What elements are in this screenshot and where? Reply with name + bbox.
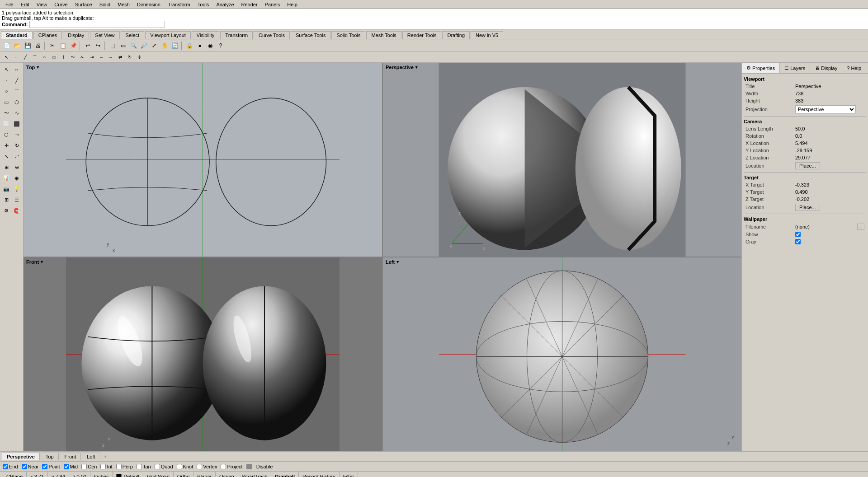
point2-icon[interactable]: · bbox=[1, 75, 11, 85]
menu-render[interactable]: Render bbox=[238, 1, 261, 8]
move-icon[interactable]: ✢ bbox=[135, 53, 144, 62]
tab-viewport-layout[interactable]: Viewport Layout bbox=[145, 31, 191, 39]
mirror2-icon[interactable]: ⇌ bbox=[12, 151, 22, 161]
dim-icon[interactable]: ⇾ bbox=[12, 130, 22, 140]
rotate2d-icon[interactable]: ↻ bbox=[125, 53, 134, 62]
osnap-tan[interactable]: Tan bbox=[137, 464, 151, 469]
zoom-extents-icon[interactable]: ⤢ bbox=[149, 41, 159, 51]
osnap-quad[interactable]: Quad bbox=[155, 464, 173, 469]
transform2-icon[interactable]: ↔ bbox=[12, 65, 22, 75]
viewport-perspective-label[interactable]: Perspective ▼ bbox=[386, 65, 419, 70]
viewport-left-label[interactable]: Left ▼ bbox=[386, 259, 400, 265]
scale-icon[interactable]: ⤡ bbox=[1, 151, 11, 161]
analysis-icon[interactable]: 📊 bbox=[1, 173, 11, 183]
status-planar[interactable]: Planar bbox=[193, 472, 216, 477]
command-input[interactable] bbox=[29, 21, 165, 28]
settings-icon[interactable]: ⚙ bbox=[1, 206, 11, 215]
osnap-knot[interactable]: Knot bbox=[177, 464, 193, 469]
vptab-front[interactable]: Front bbox=[60, 453, 81, 460]
tab-render-tools[interactable]: Render Tools bbox=[402, 31, 442, 39]
tab-drafting[interactable]: Drafting bbox=[442, 31, 470, 39]
panel-tab-display[interactable]: 🖥 Display bbox=[810, 63, 842, 73]
osnap-project[interactable]: Project bbox=[221, 464, 242, 469]
osnap-disable[interactable]: Disable bbox=[256, 464, 273, 469]
circle2-icon[interactable]: ○ bbox=[1, 86, 11, 96]
line-icon[interactable]: ╱ bbox=[21, 53, 30, 62]
tab-standard[interactable]: Standard bbox=[1, 31, 33, 39]
tab-cplanes[interactable]: CPlanes bbox=[33, 31, 62, 39]
rectangle-icon[interactable]: ▭ bbox=[49, 53, 58, 62]
arc-icon[interactable]: ⌒ bbox=[30, 53, 39, 62]
rotate3-icon[interactable]: ↻ bbox=[12, 140, 22, 150]
viewport-perspective-arrow[interactable]: ▼ bbox=[415, 65, 419, 70]
status-cplane[interactable]: CPlane bbox=[3, 472, 27, 477]
status-grid-snap[interactable]: Grid Snap bbox=[143, 472, 174, 477]
osnap-mid[interactable]: Mid bbox=[64, 464, 78, 469]
status-ortho[interactable]: Ortho bbox=[174, 472, 194, 477]
boolean-icon[interactable]: ⊕ bbox=[12, 162, 22, 172]
copy-icon[interactable]: 📋 bbox=[58, 41, 68, 51]
menu-view[interactable]: View bbox=[33, 1, 51, 8]
panel-tab-properties[interactable]: ⚙ Properties bbox=[742, 63, 780, 73]
render-icon[interactable]: ◉ bbox=[205, 41, 215, 51]
viewport-front-label[interactable]: Front ▼ bbox=[26, 259, 44, 265]
menu-panels[interactable]: Panels bbox=[261, 1, 284, 8]
select-objects-icon[interactable]: ↖ bbox=[1, 65, 11, 75]
menu-mesh[interactable]: Mesh bbox=[114, 1, 133, 8]
status-units[interactable]: Inches bbox=[90, 472, 113, 477]
snap-icon[interactable]: 🧲 bbox=[12, 206, 22, 215]
curve2-icon[interactable]: 〜 bbox=[1, 108, 11, 118]
freeform-icon[interactable]: 〜 bbox=[68, 53, 77, 62]
osnap-perp[interactable]: Perp bbox=[116, 464, 133, 469]
panel-tab-help[interactable]: ? Help bbox=[842, 63, 866, 73]
fillet-icon[interactable]: ⌣ bbox=[97, 53, 106, 62]
solid2-icon[interactable]: ⬛ bbox=[12, 119, 22, 129]
vptab-top[interactable]: Top bbox=[41, 453, 59, 460]
viewport-top-label[interactable]: Top ▼ bbox=[26, 65, 40, 70]
tab-curve-tools[interactable]: Curve Tools bbox=[254, 31, 290, 39]
paste-icon[interactable]: 📌 bbox=[68, 41, 78, 51]
offset-icon[interactable]: ↔ bbox=[106, 53, 115, 62]
osnap-end-check[interactable] bbox=[3, 464, 8, 469]
camera-icon[interactable]: 📷 bbox=[1, 184, 11, 194]
camera-place-button[interactable]: Place... bbox=[795, 162, 820, 169]
viewport-left-arrow[interactable]: ▼ bbox=[396, 260, 400, 264]
open-icon[interactable]: 📂 bbox=[12, 41, 22, 51]
menu-transform[interactable]: Transform bbox=[164, 1, 194, 8]
arc2-icon[interactable]: ⌒ bbox=[12, 86, 22, 96]
menu-tools[interactable]: Tools bbox=[194, 1, 213, 8]
line2-icon[interactable]: ╱ bbox=[12, 75, 22, 85]
viewport-front[interactable]: Front ▼ bbox=[24, 257, 382, 451]
menu-surface[interactable]: Surface bbox=[71, 1, 96, 8]
osnap-cen[interactable]: Cen bbox=[81, 464, 97, 469]
osnap-perp-check[interactable] bbox=[116, 464, 122, 469]
tab-mesh-tools[interactable]: Mesh Tools bbox=[366, 31, 401, 39]
cursor-icon[interactable]: ↖ bbox=[2, 53, 11, 62]
osnap-point[interactable]: Point bbox=[42, 464, 60, 469]
osnap-near-check[interactable] bbox=[22, 464, 27, 469]
extend-icon[interactable]: ⇥ bbox=[87, 53, 96, 62]
tab-display[interactable]: Display bbox=[63, 31, 89, 39]
rotate-icon[interactable]: 🔄 bbox=[170, 41, 180, 51]
status-record-history[interactable]: Record History bbox=[299, 472, 340, 477]
window-select-icon[interactable]: ▭ bbox=[118, 41, 128, 51]
zoom-out-icon[interactable]: 🔎 bbox=[139, 41, 149, 51]
lock-icon[interactable]: 🔒 bbox=[184, 41, 194, 51]
osnap-near[interactable]: Near bbox=[22, 464, 39, 469]
osnap-vertex[interactable]: Vertex bbox=[197, 464, 217, 469]
materials-icon[interactable]: ● bbox=[195, 41, 205, 51]
zoom-in-icon[interactable]: 🔍 bbox=[128, 41, 138, 51]
tab-solid-tools[interactable]: Solid Tools bbox=[331, 31, 365, 39]
menu-curve[interactable]: Curve bbox=[51, 1, 71, 8]
osnap-int[interactable]: Int bbox=[100, 464, 112, 469]
status-filter[interactable]: Filter bbox=[340, 472, 358, 477]
spline-icon[interactable]: ∿ bbox=[12, 108, 22, 118]
panel-tab-layers[interactable]: ☰ Layers bbox=[780, 63, 810, 73]
circle-icon[interactable]: ○ bbox=[40, 53, 49, 62]
polyline-icon[interactable]: ⌇ bbox=[59, 53, 68, 62]
tab-new-v5[interactable]: New in V5 bbox=[471, 31, 503, 39]
array-icon[interactable]: ⊞ bbox=[1, 162, 11, 172]
show-checkbox[interactable] bbox=[795, 232, 801, 237]
osnap-cen-check[interactable] bbox=[81, 464, 87, 469]
tab-select[interactable]: Select bbox=[121, 31, 145, 39]
